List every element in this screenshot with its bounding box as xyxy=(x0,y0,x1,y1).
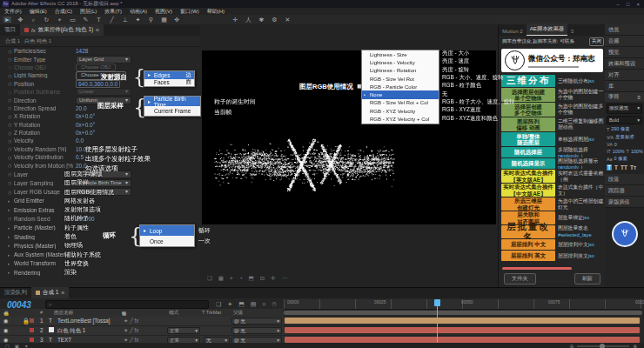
eye-toggle[interactable]: ◉ xyxy=(3,318,9,324)
property-value[interactable]: 0x+0.0° xyxy=(76,113,95,119)
tracking-value[interactable]: 0 xyxy=(614,142,617,147)
script-button[interactable]: 层批量改名 xyxy=(501,225,555,238)
dock-panel-item[interactable]: 对齐 xyxy=(605,70,644,81)
viewer-tool-icon[interactable]: ⬒ xyxy=(249,275,254,282)
dock-panel-item[interactable]: 信息 xyxy=(605,24,644,36)
timeline-layer-row[interactable]: ◉🔒1TTextLorreBest [Tossa]✦ ╱ fx@ 无▾ xyxy=(0,317,284,326)
tool-icon[interactable]: ⌖ xyxy=(56,17,64,23)
time-ruler[interactable]: 0000000025000500007500100 xyxy=(284,299,642,310)
timeline-tool-icon[interactable]: ❏ xyxy=(216,301,221,308)
vertical-scale-value[interactable]: 100% xyxy=(613,149,625,154)
panel-menu-icon[interactable]: ≡ xyxy=(567,26,578,36)
tool-icon[interactable]: ⊥ xyxy=(121,17,129,23)
property-value[interactable]: 0.5 xyxy=(76,154,84,160)
tab-project[interactable]: 项目 xyxy=(0,24,20,36)
parent-select[interactable]: @ 无▾ xyxy=(231,327,282,334)
timeline-layer-row[interactable]: ◉2白色 纯色 1✦ ╱ fx正常▾@ 无▾ xyxy=(0,326,284,336)
dock-panel-item[interactable]: 预览 xyxy=(605,47,644,58)
timeline-tool-icon[interactable]: ⌗ xyxy=(262,301,265,308)
tab-motion2[interactable]: Motion 2 xyxy=(499,26,527,36)
script-button[interactable]: 层层排列 中文 xyxy=(501,239,555,250)
tool-icon[interactable]: ✎ xyxy=(82,17,90,23)
font-family-select[interactable]: 微软雅黑▾ xyxy=(607,104,642,114)
dock-panel-item[interactable]: 音频 xyxy=(605,36,644,47)
tool-icon[interactable]: ▦ xyxy=(160,17,168,23)
kerning-value[interactable]: 度量标准 xyxy=(615,134,634,140)
dock-panel-item[interactable]: 段落 xyxy=(605,174,644,185)
tab-ae-scripts[interactable]: AE脚本效果器 xyxy=(527,23,567,36)
tool-icon[interactable]: ✕ xyxy=(284,17,292,23)
property-value[interactable]: 1428 xyxy=(76,48,88,54)
panel-menu-icon[interactable]: ≡ xyxy=(96,27,99,33)
dropdown-item[interactable]: Lightness - Size xyxy=(362,50,439,58)
folder-button[interactable]: 文件夹 xyxy=(504,273,536,284)
panel-menu-icon[interactable]: ≡ xyxy=(61,290,64,296)
panel-menu-icon[interactable]: ≡ xyxy=(637,94,641,100)
font-toggle[interactable]: T xyxy=(614,164,618,171)
timeline-tool-icon[interactable]: ▤ xyxy=(251,301,257,308)
tool-icon[interactable]: ╱ xyxy=(108,17,116,23)
column-trkmat[interactable]: T TrkMat xyxy=(202,310,221,315)
column-layer-name[interactable]: 图层名称 xyxy=(54,310,73,317)
script-button[interactable]: 随机选择层 xyxy=(501,147,555,157)
font-toggle[interactable]: TT xyxy=(621,164,627,171)
dock-panel-item[interactable]: 跟踪器 xyxy=(605,185,644,197)
timeline-toggle-icon[interactable]: ▣ xyxy=(15,344,19,348)
property-value[interactable]: 0x+0.0° xyxy=(76,130,95,136)
layer-switches[interactable]: ✦ ╱ fx xyxy=(124,318,138,324)
layer-switches[interactable]: ✦ ╱ fx xyxy=(124,327,138,333)
zoom-handle[interactable] xyxy=(600,344,605,348)
tool-icon[interactable]: ► xyxy=(3,17,11,23)
property-value[interactable]: 0x+0.0° xyxy=(76,122,95,128)
timeline-tool-icon[interactable]: ✦ xyxy=(227,301,232,308)
column-mode[interactable]: 模式 xyxy=(169,310,178,317)
column-parent[interactable]: 父级 xyxy=(233,310,243,317)
layer-name[interactable]: TextLorreBest [Tossa] xyxy=(57,318,111,324)
dropdown-item[interactable]: RGB - Size Vel Rot + Col xyxy=(362,99,439,107)
dropdown-item[interactable]: RGB - Size Vel Rot xyxy=(362,75,439,83)
zoom-out-icon[interactable]: ⊖ xyxy=(570,344,574,348)
tool-icon[interactable]: T xyxy=(95,17,103,23)
dock-panel-item[interactable]: 蒙版插值 xyxy=(605,197,644,208)
tool-icon[interactable]: 人 xyxy=(245,16,252,24)
layer-color-chip[interactable] xyxy=(30,328,34,332)
tool-icon[interactable]: ✦ xyxy=(134,17,142,23)
baseline-value[interactable]: 0 像素 xyxy=(614,156,627,162)
timeline-toggle-icon[interactable]: ✦ xyxy=(24,344,29,348)
viewer-tool-icon[interactable]: ⌖ xyxy=(230,275,233,282)
tool-icon[interactable]: ⚙ xyxy=(271,17,278,23)
minimize-button[interactable]: – xyxy=(617,2,620,7)
script-button[interactable]: 所选三维层创建灯光 xyxy=(501,197,555,211)
scripts-scrollbar[interactable] xyxy=(502,267,572,270)
viewer-tool-icon[interactable]: ▦ xyxy=(218,275,224,282)
refresh-button[interactable]: 刷新 xyxy=(574,273,600,284)
layer-duration-bar[interactable] xyxy=(285,337,640,343)
tool-icon[interactable]: ▭ xyxy=(69,17,77,23)
script-button[interactable]: 实时表达式集合插件【英文版AE】 xyxy=(501,170,555,183)
property-value[interactable]: 0.0 xyxy=(76,137,84,144)
viewer-tool-icon[interactable]: ❏ xyxy=(207,275,212,282)
tool-icon[interactable]: ✛ xyxy=(231,17,239,23)
layer-color-chip[interactable] xyxy=(30,318,34,323)
viewer-tool-icon[interactable]: ⊡ xyxy=(260,275,265,282)
tool-icon[interactable]: ↻ xyxy=(43,17,50,23)
timeline-tool-icon[interactable]: ⏱ xyxy=(272,301,276,308)
tool-icon[interactable]: ✥ xyxy=(17,17,24,23)
layer-duration-bar[interactable] xyxy=(285,318,640,324)
dropdown-item[interactable]: RGB - XYZ Velocity + Col xyxy=(362,115,439,123)
font-style-select[interactable]: Bold▾ xyxy=(607,116,642,124)
font-size-value[interactable]: 290 像素 xyxy=(611,126,629,132)
lock-toggle[interactable]: 🔒 xyxy=(23,318,30,325)
dropdown-item[interactable]: •None xyxy=(362,90,439,98)
viewer-tool-icon[interactable]: ◔ xyxy=(239,275,243,282)
dock-panel-item[interactable]: 效果和预设 xyxy=(605,58,644,70)
eye-toggle[interactable]: ◉ xyxy=(3,337,9,343)
parent-select[interactable]: @ 无▾ xyxy=(231,318,282,325)
dock-panel-item[interactable]: 库 xyxy=(605,81,644,92)
layer-duration-bar[interactable] xyxy=(285,327,640,333)
script-button[interactable]: 实时表达式集合插件【中文版AE】 xyxy=(501,184,555,197)
tool-icon[interactable]: ✾ xyxy=(258,17,265,23)
script-button[interactable]: 随机选择显示 xyxy=(501,158,555,169)
tool-icon[interactable]: ⌕ xyxy=(30,17,37,23)
font-toggle[interactable]: T xyxy=(607,164,612,171)
